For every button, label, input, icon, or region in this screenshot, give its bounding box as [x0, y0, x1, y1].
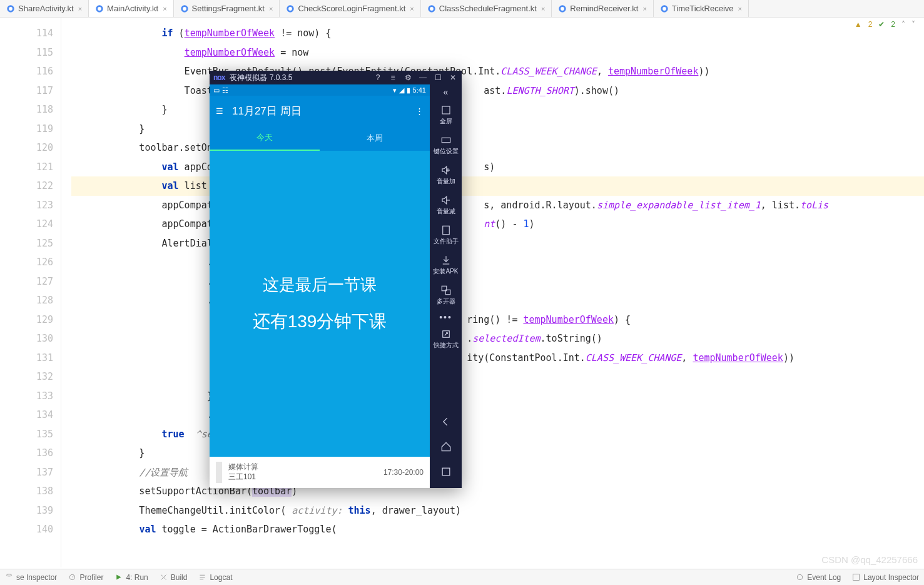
code-line[interactable]: toolbar.setOnLo — [71, 138, 924, 158]
device-screen[interactable]: ▭ ☷ ▾ ◢ ▮ 5:41 ☰ 11月27日 周日 ⋮ 今天 本周 — [210, 84, 430, 488]
close-tab-icon[interactable]: × — [163, 5, 166, 13]
code-line[interactable]: ThemeChangeUtil.initColor( activity: thi… — [71, 501, 924, 521]
close-tab-icon[interactable]: × — [269, 5, 273, 13]
tool-build[interactable]: Build — [160, 573, 188, 582]
side-volume-up[interactable]: 音量加 — [430, 162, 462, 188]
code-line[interactable]: .se — [71, 253, 924, 272]
tool-eventlog[interactable]: Event Log — [796, 573, 841, 582]
line-number: 128 — [0, 291, 53, 310]
help-icon[interactable]: ? — [373, 73, 383, 82]
line-number: 121 — [0, 158, 53, 177]
hamburger-icon[interactable]: ☰ — [216, 106, 223, 116]
file-tab[interactable]: TimeTickReceive× — [654, 0, 749, 17]
sidebar-collapse-icon[interactable]: « — [444, 87, 449, 98]
code-line[interactable]: ring() != tempNumberOfWeek) { — [71, 310, 924, 330]
side-volume-down[interactable]: 音量减 — [430, 192, 462, 218]
file-tab[interactable]: SettingsFragment.kt× — [174, 0, 280, 17]
file-tab[interactable]: MainActivity.kt× — [89, 0, 174, 17]
card-accent — [216, 462, 222, 483]
close-tab-icon[interactable]: × — [642, 5, 646, 13]
code-line[interactable]: .se — [71, 272, 924, 292]
close-icon[interactable]: ✕ — [448, 73, 458, 82]
tab-week[interactable]: 本周 — [320, 126, 430, 151]
code-line[interactable]: } — [71, 444, 924, 463]
code-line[interactable]: true ^setOn — [71, 425, 924, 444]
kotlin-file-icon — [286, 4, 295, 13]
minimize-icon[interactable]: — — [418, 73, 428, 82]
line-number: 117 — [0, 81, 53, 101]
line-number: 132 — [0, 367, 53, 387]
app-toolbar: ☰ 11月27日 周日 ⋮ — [210, 96, 430, 126]
line-number: 120 — [0, 138, 53, 158]
code-line[interactable]: EventBus.getDefault().post(EventEntity(C… — [71, 62, 924, 81]
code-line[interactable] — [71, 367, 924, 387]
code-line[interactable]: Toast.m ast.LENGTH_SHORT).show() — [71, 81, 924, 101]
code-line[interactable]: .se — [71, 291, 924, 310]
code-line[interactable]: } — [71, 120, 924, 139]
tool-layout-inspector[interactable]: Layout Inspector — [852, 573, 919, 582]
svg-rect-15 — [442, 138, 450, 143]
line-number: 140 — [0, 520, 53, 539]
code-line[interactable]: } — [71, 387, 924, 406]
line-number: 133 — [0, 387, 53, 406]
side-more-icon[interactable]: ••• — [439, 312, 452, 322]
line-number: 134 — [0, 405, 53, 425]
watermark: CSDN @qq_42257666 — [821, 554, 918, 565]
side-fullscreen[interactable]: 全屏 — [430, 102, 462, 128]
side-installapk[interactable]: 安装APK — [430, 252, 462, 278]
file-tab[interactable]: ShareActivity.kt× — [0, 0, 89, 17]
code-line[interactable]: appCompatSp s, android.R.layout.simple_e… — [71, 196, 924, 215]
file-tab[interactable]: RemindReceiver.kt× — [552, 0, 654, 17]
emulator-sidebar: « 全屏 键位设置 音量加 音量减 文件助手 安装APK 多开器 ••• 快捷方… — [430, 84, 462, 488]
tab-label: SettingsFragment.kt — [192, 4, 265, 13]
file-tab[interactable]: ClassScheduleFragment.kt× — [421, 0, 552, 17]
tab-today[interactable]: 今天 — [210, 126, 320, 151]
svg-point-11 — [561, 7, 564, 11]
close-tab-icon[interactable]: × — [738, 5, 742, 13]
code-line[interactable]: //设置导航 — [71, 463, 924, 482]
nav-back-icon[interactable] — [440, 415, 452, 429]
close-tab-icon[interactable]: × — [78, 5, 82, 13]
svg-point-3 — [98, 7, 101, 11]
app-content: 这是最后一节课 还有139分钟下课 — [210, 151, 430, 457]
code-line[interactable]: AlertDialog — [71, 234, 924, 253]
side-shortcut[interactable]: 快捷方式 — [430, 326, 462, 352]
editor-tabs: ShareActivity.kt×MainActivity.kt×Setting… — [0, 0, 924, 18]
android-status-bar: ▭ ☷ ▾ ◢ ▮ 5:41 — [210, 84, 430, 96]
class-card[interactable]: 媒体计算 三工101 17:30-20:00 — [210, 457, 430, 488]
close-tab-icon[interactable]: × — [410, 5, 414, 13]
nav-recent-icon[interactable] — [440, 465, 452, 479]
tool-run[interactable]: 4: Run — [114, 573, 148, 582]
tool-database-inspector[interactable]: se Inspector — [5, 573, 57, 582]
code-line[interactable]: if (tempNumberOfWeek != now) { — [71, 24, 924, 43]
side-keymap[interactable]: 键位设置 — [430, 132, 462, 158]
code-line[interactable]: val toggle = ActionBarDrawerToggle( — [71, 520, 924, 539]
code-line[interactable]: val appComp s) — [71, 158, 924, 177]
code-area[interactable]: if (tempNumberOfWeek != now) { tempNumbe… — [61, 18, 924, 567]
headline-2: 还有139分钟下课 — [253, 310, 387, 333]
close-tab-icon[interactable]: × — [541, 5, 545, 13]
code-line[interactable]: .sh — [71, 405, 924, 425]
settings-icon[interactable]: ⚙ — [403, 73, 413, 82]
maximize-icon[interactable]: ☐ — [433, 73, 443, 82]
emulator-titlebar[interactable]: nox 夜神模拟器 7.0.3.5 ? ≡ ⚙ — ☐ ✕ — [210, 71, 462, 84]
side-filehelper[interactable]: 文件助手 — [430, 222, 462, 248]
code-line[interactable]: val list = — [71, 176, 924, 196]
tool-profiler[interactable]: Profiler — [68, 573, 103, 582]
tab-label: CheckScoreLoginFragment.kt — [298, 4, 405, 13]
menu-icon[interactable]: ≡ — [388, 73, 398, 82]
code-line[interactable]: setSupportActionBar(toolbar) — [71, 482, 924, 501]
code-line[interactable]: } — [71, 100, 924, 120]
code-line[interactable]: ity(ConstantPool.Int.CLASS_WEEK_CHANGE, … — [71, 348, 924, 368]
tool-logcat[interactable]: Logcat — [198, 573, 232, 582]
side-multi[interactable]: 多开器 — [430, 282, 462, 308]
overflow-menu-icon[interactable]: ⋮ — [415, 106, 424, 116]
code-line[interactable]: appCompatSp nt() - 1) — [71, 215, 924, 234]
svg-rect-14 — [442, 106, 450, 114]
file-tab[interactable]: CheckScoreLoginFragment.kt× — [280, 0, 420, 17]
code-line[interactable]: tempNumberOfWeek = now — [71, 43, 924, 63]
line-number: 125 — [0, 234, 53, 253]
nav-home-icon[interactable] — [440, 440, 452, 454]
code-line[interactable]: .selectedItem.toString() — [71, 329, 924, 348]
svg-point-5 — [183, 7, 186, 11]
